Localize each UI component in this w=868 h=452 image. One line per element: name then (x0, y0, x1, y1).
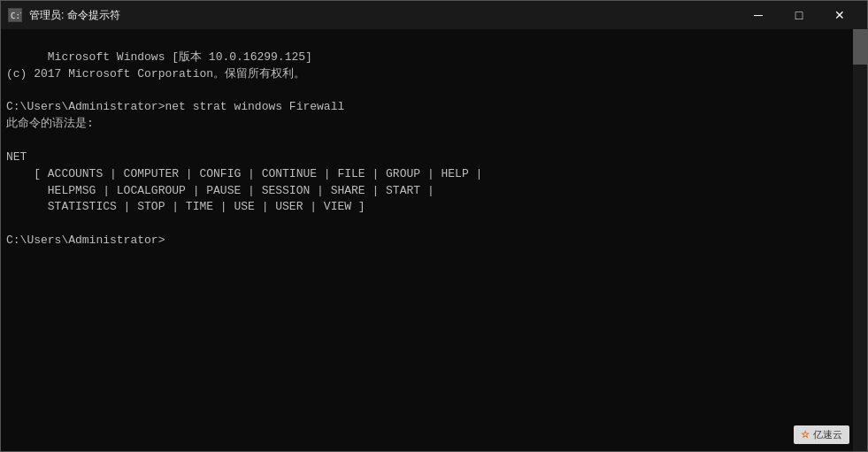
terminal-line-2: (c) 2017 Microsoft Corporation。保留所有权利。 (6, 67, 305, 80)
terminal-line-10: STATISTICS | STOP | TIME | USE | USER | … (6, 200, 365, 213)
cmd-icon: C:\ (8, 8, 22, 22)
window-title: 管理员: 命令提示符 (29, 8, 120, 23)
terminal-content: Microsoft Windows [版本 10.0.16299.125] (c… (6, 33, 862, 266)
cmd-window: C:\ 管理员: 命令提示符 ─ □ ✕ Microsoft Windows [… (0, 0, 868, 452)
terminal-line-7: NET (6, 150, 27, 164)
terminal-line-12: C:\Users\Administrator> (6, 234, 165, 247)
minimize-button[interactable]: ─ (738, 1, 779, 29)
title-bar: C:\ 管理员: 命令提示符 ─ □ ✕ (1, 1, 867, 29)
watermark-icon: ☆ (801, 429, 810, 441)
close-button[interactable]: ✕ (819, 1, 860, 29)
window-controls: ─ □ ✕ (738, 1, 860, 29)
title-bar-left: C:\ 管理员: 命令提示符 (8, 8, 120, 23)
svg-text:C:\: C:\ (11, 11, 21, 20)
terminal-body[interactable]: Microsoft Windows [版本 10.0.16299.125] (c… (1, 29, 867, 451)
watermark-text: 亿速云 (813, 428, 842, 441)
terminal-line-8: [ ACCOUNTS | COMPUTER | CONFIG | CONTINU… (6, 167, 482, 180)
terminal-line-5: 此命令的语法是: (6, 117, 94, 130)
watermark: ☆ 亿速云 (794, 425, 849, 444)
terminal-line-4: C:\Users\Administrator>net strat windows… (6, 100, 344, 113)
terminal-line-9: HELPMSG | LOCALGROUP | PAUSE | SESSION |… (6, 184, 434, 197)
scrollbar[interactable] (853, 29, 867, 451)
scrollbar-thumb[interactable] (853, 29, 867, 65)
terminal-line-1: Microsoft Windows [版本 10.0.16299.125] (48, 50, 312, 64)
maximize-button[interactable]: □ (779, 1, 819, 29)
